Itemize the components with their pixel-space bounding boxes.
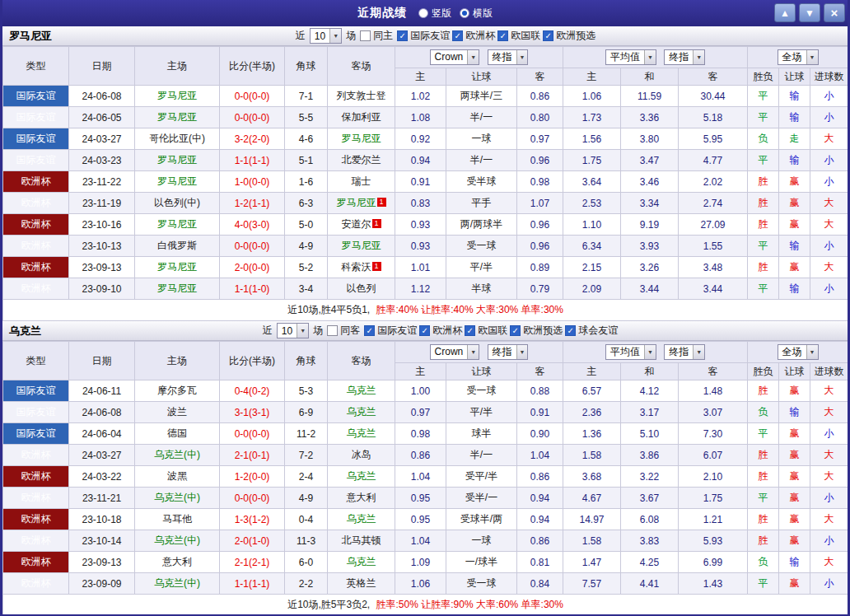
handicap-line: 受一球 [446, 236, 517, 257]
team-name: 北马其顿 [342, 534, 381, 546]
handicap-home-odds: 0.94 [395, 150, 446, 171]
handicap-away-odds: 0.94 [517, 488, 563, 509]
checkbox-label: 欧洲杯 [465, 29, 495, 43]
team-name: 安道尔 [342, 218, 371, 230]
average-select[interactable]: 平均值▼ [605, 344, 656, 360]
match-score: 1-2(1-1) [220, 193, 285, 214]
home-team: 罗马尼亚 [135, 278, 220, 300]
checkbox-label: 球会友谊 [578, 324, 618, 338]
average-select[interactable]: 平均值▼ [605, 49, 656, 65]
recent-count-value: 10 [315, 30, 325, 42]
subcol-outcome: 胜负 [748, 68, 779, 86]
subcol-handicap-result: 让球 [779, 363, 810, 380]
result-goals: 大 [810, 128, 848, 150]
home-team: 罗马尼亚 [135, 150, 220, 171]
team-name: 罗马尼亚 [157, 111, 197, 123]
match-score: 1-2(0-0) [220, 466, 285, 488]
col-corner: 角球 [285, 47, 328, 86]
close-button[interactable]: × [824, 3, 845, 22]
league-filter-checkbox[interactable]: ✓欧洲预选 [510, 324, 563, 338]
final-odds-select[interactable]: 终指▼ [664, 49, 705, 65]
league-filter-checkbox[interactable]: ✓国际友谊 [397, 29, 450, 43]
corner-score: 2-2 [285, 573, 328, 595]
corner-score: 5-1 [285, 150, 328, 171]
scroll-up-button[interactable]: ▲ [774, 3, 796, 22]
team-name: 波兰 [167, 406, 187, 418]
result-outcome: 胜 [748, 214, 779, 236]
league-type-cell: 国际友谊 [3, 423, 69, 445]
checkbox-checked-icon: ✓ [497, 30, 508, 41]
chevron-down-icon: ▼ [644, 345, 656, 359]
match-date: 24-06-04 [69, 423, 135, 445]
corner-score: 6-0 [285, 552, 328, 573]
league-filter-checkbox[interactable]: ✓欧洲预选 [543, 29, 595, 43]
result-goals: 小 [810, 171, 848, 193]
radio-on-icon [460, 8, 469, 18]
match-row: 欧洲杯23-09-13罗马尼亚2-0(0-0)5-2科索沃11.01平/半0.8… [3, 257, 848, 278]
away-team: 列支敦士登 [328, 86, 395, 107]
full-match-select[interactable]: 全场▼ [778, 49, 819, 65]
section-ukraine: 乌克兰 近 10 ▼ 场 同客 ✓国际友谊✓欧洲杯✓欧国联✓欧洲预选✓球会友谊 [2, 321, 848, 616]
full-match-value: 全场 [782, 50, 802, 64]
league-filter-checkbox[interactable]: ✓欧国联 [465, 324, 507, 338]
section-romania: 罗马尼亚 近 10 ▼ 场 同主 ✓国际友谊✓欧洲杯✓欧国联✓欧洲预选 [2, 26, 848, 321]
result-goals: 大 [810, 380, 848, 402]
league-type-cell: 国际友谊 [3, 380, 69, 402]
match-row: 欧洲杯23-10-14乌克兰(中)2-0(1-0)11-3北马其顿1.04一球0… [3, 530, 848, 552]
handicap-home-odds: 1.09 [395, 552, 446, 573]
same-venue-checkbox[interactable]: 同主 [360, 29, 393, 43]
home-team: 德国 [135, 423, 220, 445]
home-team: 马耳他 [135, 509, 220, 530]
match-date: 23-11-22 [69, 171, 135, 193]
final-odds-select[interactable]: 终指▼ [664, 344, 705, 360]
scroll-down-button[interactable]: ▼ [799, 3, 820, 22]
away-team: 乌克兰 [328, 423, 395, 445]
avg-away-odds: 1.21 [679, 509, 748, 530]
handicap-line: 平/半 [446, 402, 517, 423]
layout-vertical-radio[interactable]: 竖版 [418, 7, 451, 21]
match-score: 1-3(1-2) [220, 509, 285, 530]
avg-home-odds: 3.68 [563, 466, 621, 488]
final-odds-select[interactable]: 终指▼ [488, 49, 529, 65]
avg-home-odds: 2.53 [563, 193, 621, 214]
final-odds-select[interactable]: 终指▼ [488, 344, 529, 360]
league-filter-checkbox[interactable]: ✓欧洲杯 [419, 324, 462, 338]
league-type-cell: 国际友谊 [3, 128, 69, 150]
match-row: 欧洲杯23-09-10罗马尼亚1-1(1-0)3-4以色列1.12半球0.792… [3, 278, 848, 300]
avg-draw-odds: 3.83 [621, 530, 679, 552]
full-match-select[interactable]: 全场▼ [778, 344, 819, 360]
checkbox-checked-icon: ✓ [565, 325, 576, 336]
bookmaker-select[interactable]: Crown▼ [430, 49, 480, 65]
recent-count-select[interactable]: 10 ▼ [310, 28, 342, 44]
league-filter-checkbox[interactable]: ✓欧洲杯 [452, 29, 495, 43]
avg-away-odds: 4.77 [679, 150, 748, 171]
league-filter-checkbox[interactable]: ✓国际友谊 [364, 324, 417, 338]
result-outcome: 平 [748, 236, 779, 257]
recent-count-select[interactable]: 10 ▼ [277, 323, 309, 338]
handicap-line: 平手 [446, 193, 517, 214]
league-filter-checkbox[interactable]: ✓球会友谊 [565, 324, 618, 338]
avg-away-odds: 2.02 [679, 171, 748, 193]
match-date: 24-06-08 [69, 402, 135, 423]
col-score: 比分(半场) [220, 47, 285, 86]
bookmaker-select[interactable]: Crown▼ [430, 344, 480, 360]
handicap-line: 半/一 [446, 150, 517, 171]
avg-home-odds: 1.47 [563, 552, 621, 573]
handicap-home-odds: 0.93 [395, 214, 446, 236]
team-name: 罗马尼亚 [157, 175, 197, 187]
league-filter-checkbox[interactable]: ✓欧国联 [497, 29, 540, 43]
avg-home-odds: 1.73 [563, 107, 621, 128]
average-group-header: 平均值▼ 终指▼ [563, 342, 748, 363]
layout-horizontal-radio[interactable]: 横版 [460, 7, 493, 21]
avg-home-odds: 2.09 [563, 278, 621, 300]
avg-draw-odds: 4.25 [621, 552, 679, 573]
checkbox-label: 国际友谊 [377, 324, 417, 338]
handicap-home-odds: 0.95 [395, 509, 446, 530]
league-type-cell: 欧洲杯 [3, 257, 69, 278]
match-row: 欧洲杯23-09-13意大利2-1(2-1)6-0乌克兰1.09一/球半0.81… [3, 552, 848, 573]
match-row: 欧洲杯23-10-18马耳他1-3(1-2)0-4乌克兰0.95受球半/两0.9… [3, 509, 848, 530]
league-type-cell: 欧洲杯 [3, 488, 69, 509]
result-handicap: 输 [779, 236, 810, 257]
same-venue-checkbox[interactable]: 同客 [327, 324, 360, 338]
bookmaker-value: Crown [435, 51, 464, 63]
